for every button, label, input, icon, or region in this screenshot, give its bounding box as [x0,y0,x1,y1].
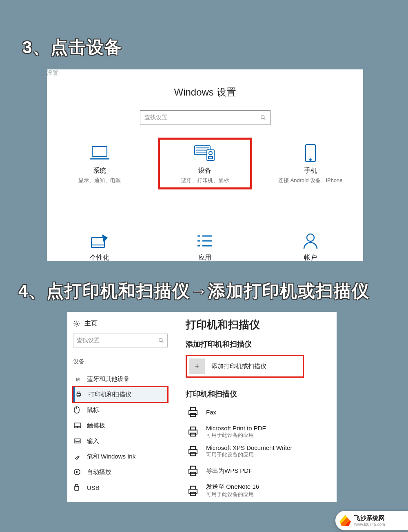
printer-name: Fax [206,409,216,416]
watermark-badge: 飞沙系统网 www.fs0745.com [335,511,408,530]
laptop-icon [54,143,146,163]
tile-subtitle: 蓝牙、打印机、鼠标 [159,177,251,184]
nav-usb[interactable]: USB [73,480,168,495]
step-4-heading: 4、点打印机和扫描仪→添加打印机或扫描仪 [18,280,370,303]
svg-rect-31 [191,433,196,436]
svg-rect-34 [191,453,196,456]
printer-sub: 可用于此设备的应用 [206,451,292,459]
printer-item-wps[interactable]: 导出为WPS PDF [186,463,328,478]
paintbrush-icon [54,231,146,251]
step-3-heading: 3、点击设备 [22,36,122,59]
sidebar-category: 设备 [73,358,168,365]
settings-search-box[interactable]: 查找设置 [140,110,271,125]
printer-name: Microsoft XPS Document Writer [206,444,292,451]
printer-icon [75,391,84,398]
windows-settings-title: Windows 设置 [47,86,363,99]
tile-personalization[interactable]: 个性化 [54,227,146,261]
printer-icon [186,424,200,439]
svg-rect-15 [78,392,80,394]
section-add-title: 添加打印机和扫描仪 [186,339,328,349]
printer-item-onenote[interactable]: 发送至 OneNote 16 可用于此设备的应用 [186,483,328,498]
printers-settings-panel: 主页 查找设置 设备 ⎚ 蓝牙和其他设备 打印机和扫描仪 鼠标 [67,312,337,502]
svg-point-8 [310,159,311,160]
printer-sub: 可用于此设备的应用 [206,432,266,439]
svg-rect-28 [191,414,196,417]
plus-icon: + [189,358,205,374]
search-icon [158,338,164,343]
tile-devices[interactable]: 设备 蓝牙、打印机、鼠标 [159,139,251,188]
corner-tag: 没置 [47,69,58,77]
bluetooth-icon: ⎚ [74,376,82,383]
svg-line-1 [264,118,265,120]
tile-subtitle: 显示、通知、电源 [54,177,146,184]
devices-icon [159,143,251,163]
tile-phone[interactable]: 手机 连接 Android 设备、iPhone [264,139,356,188]
nav-label: 鼠标 [87,406,99,414]
svg-rect-25 [75,486,79,490]
watermark-url: www.fs0745.com [354,522,385,527]
tile-title: 系统 [54,167,146,175]
mouse-icon [74,406,82,414]
nav-label: 触摸板 [87,422,105,430]
nav-printers[interactable]: 打印机和扫描仪 [73,387,168,402]
printer-item-fax[interactable]: Fax [186,405,328,419]
printer-name: 发送至 OneNote 16 [206,483,259,491]
phone-icon [264,143,356,163]
tile-subtitle: 连接 Android 设备、iPhone [264,177,356,184]
windows-settings-panel: 没置 Windows 设置 查找设置 系统 显示、通知、电源 [47,69,363,261]
sidebar-search[interactable]: 查找设置 [73,334,168,347]
gear-icon [73,320,80,327]
flame-icon [339,515,351,526]
nav-label: 自动播放 [87,468,111,476]
svg-rect-33 [191,447,196,450]
svg-rect-36 [191,466,196,470]
nav-label: 打印机和扫描仪 [89,391,131,398]
svg-rect-39 [191,486,196,489]
svg-point-11 [76,323,78,325]
home-link[interactable]: 主页 [73,319,168,328]
usb-icon [74,484,82,491]
nav-label: 蓝牙和其他设备 [87,375,130,383]
svg-rect-40 [191,492,196,495]
printer-name: 导出为WPS PDF [206,467,252,475]
tile-title: 设备 [159,167,251,175]
svg-rect-2 [92,147,107,156]
nav-touchpad[interactable]: 触摸板 [73,418,168,433]
printer-list: Fax Microsoft Print to PDF 可用于此设备的应用 Mic… [186,405,328,498]
watermark-title: 飞沙系统网 [354,514,385,522]
printer-item-xps[interactable]: Microsoft XPS Document Writer 可用于此设备的应用 [186,444,328,459]
settings-search-placeholder: 查找设置 [144,114,167,121]
pen-icon [74,453,82,460]
svg-point-10 [307,234,314,241]
nav-label: 输入 [87,437,99,445]
list-icon [159,231,251,251]
nav-pen[interactable]: 笔和 Windows Ink [73,449,168,464]
printer-icon [186,444,200,459]
nav-autoplay[interactable]: 自动播放 [73,464,168,480]
search-icon [260,115,266,120]
add-printer-button[interactable]: + 添加打印机或扫描仪 [186,355,304,378]
settings-tiles-row-2: 个性化 应用 帐户 [47,227,363,261]
printer-name: Microsoft Print to PDF [206,425,266,432]
tile-accounts[interactable]: 帐户 [264,227,356,261]
printer-item-ms-pdf[interactable]: Microsoft Print to PDF 可用于此设备的应用 [186,424,328,439]
tile-title: 个性化 [54,254,146,261]
tile-apps[interactable]: 应用 [159,227,251,261]
printer-sub: 可用于此设备的应用 [206,491,259,498]
section-list-title: 打印机和扫描仪 [186,389,328,399]
keyboard-icon [74,439,82,443]
tile-title: 应用 [159,254,251,261]
nav-mouse[interactable]: 鼠标 [73,402,168,418]
svg-point-12 [159,338,162,342]
printer-icon [186,405,200,419]
svg-rect-9 [91,238,104,247]
printer-icon [186,483,200,498]
nav-bluetooth[interactable]: ⎚ 蓝牙和其他设备 [73,371,168,387]
settings-sidebar: 主页 查找设置 设备 ⎚ 蓝牙和其他设备 打印机和扫描仪 鼠标 [67,312,173,495]
autoplay-icon [74,469,82,475]
printer-icon [186,463,200,478]
touchpad-icon [74,423,82,428]
nav-typing[interactable]: 输入 [73,433,168,449]
svg-point-0 [261,116,264,119]
tile-system[interactable]: 系统 显示、通知、电源 [54,139,146,188]
